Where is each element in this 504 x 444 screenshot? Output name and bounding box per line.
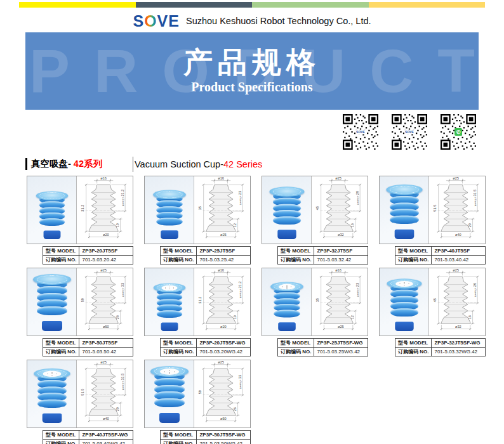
cup-base bbox=[42, 414, 62, 423]
suction-cup-image bbox=[386, 277, 422, 331]
cup-bellows bbox=[274, 289, 300, 317]
suction-cup-image bbox=[32, 273, 72, 331]
order-label: 订购编码 NO. bbox=[161, 348, 197, 356]
qr-center-logo: SOVE bbox=[404, 130, 414, 134]
dim-lower: 20 bbox=[116, 407, 119, 411]
header: SOVE Suzhou Keshuosi Robot Technology Co… bbox=[0, 12, 504, 30]
section-cn-black: 真空吸盘- bbox=[31, 159, 71, 169]
product-photo bbox=[145, 268, 194, 336]
bellows-outline bbox=[441, 185, 470, 232]
product-photo bbox=[27, 176, 77, 244]
product-grid: ø16 31.2 吸附时尺寸21.2 10 ø20 bbox=[27, 176, 504, 444]
cup-bellows bbox=[154, 374, 185, 407]
order-row: 订购编码 NO. 701-5.03.40WG.42 bbox=[43, 440, 133, 444]
cup-flare bbox=[36, 191, 67, 200]
model-row: 型号 MODEL ZP3P-50JT5SF-WG bbox=[161, 431, 251, 440]
cup-base bbox=[161, 230, 178, 239]
technical-drawing: ø25 51.5 吸附时尺寸31.5 20 ø40 bbox=[77, 360, 133, 428]
cup-bellows bbox=[37, 282, 67, 315]
model-row: 型号 MODEL ZP3P-32JT5SF-WG bbox=[395, 339, 486, 348]
dim-bottom-diameter: ø20 bbox=[103, 233, 109, 237]
product-photo bbox=[27, 360, 77, 428]
order-row: 订购编码 NO. 701-5.03.32.42 bbox=[278, 256, 368, 264]
model-row: 型号 MODEL ZP3P-32JT5SF bbox=[278, 247, 368, 256]
model-row: 型号 MODEL ZP3P-40JT5SF bbox=[395, 247, 486, 256]
spec-table: 型号 MODEL ZP3P-50JT5SF 订购编码 NO. 701-5.03.… bbox=[43, 338, 133, 356]
qr-center-logo: SOVE bbox=[355, 130, 366, 134]
order-value: 701-5.03.40.42 bbox=[432, 256, 486, 264]
dim-attach: 吸附时尺寸29 bbox=[355, 191, 359, 205]
cup-bellows bbox=[156, 197, 182, 225]
order-label: 订购编码 NO. bbox=[278, 348, 314, 356]
model-value: ZP3P-32JT5SF bbox=[314, 247, 368, 256]
order-value: 701-5.03.20.42 bbox=[79, 256, 133, 264]
logo-letters-ve: VE bbox=[157, 12, 180, 30]
cup-base bbox=[161, 323, 178, 331]
dim-top-diameter: ø25 bbox=[453, 176, 459, 180]
section-title-english: Vacuum Suction Cup-42 Series bbox=[135, 159, 262, 169]
order-value: 701-5.03.32.42 bbox=[314, 256, 368, 264]
dim-lower: 12 bbox=[350, 315, 354, 319]
model-row: 型号 MODEL ZP3P-50JT5SF bbox=[43, 339, 133, 348]
bellows-outline bbox=[89, 277, 117, 323]
model-value: ZP3P-32JT5SF-WG bbox=[432, 339, 486, 348]
product-card: ø16 35 吸附时尺寸23 12 ø25 bbox=[262, 268, 368, 356]
banner-title-chinese: 产品规格 bbox=[25, 46, 479, 79]
spec-table: 型号 MODEL ZP3P-20JT5SF 订购编码 NO. 701-5.03.… bbox=[43, 246, 133, 264]
product-card-box: ø16 35 吸附时尺寸23 12 ø25 bbox=[144, 176, 251, 244]
dim-bottom-diameter: ø32 bbox=[338, 233, 344, 237]
suction-cup-image bbox=[270, 281, 303, 331]
cup-base bbox=[394, 230, 414, 239]
dim-height: 35 bbox=[198, 206, 202, 210]
technical-drawing: ø25 59 吸附时尺寸33 26 ø50 bbox=[77, 268, 133, 336]
model-value: ZP3P-20JT5SF-WG bbox=[197, 339, 251, 348]
dim-lower: 10 bbox=[233, 315, 237, 319]
order-label: 订购编码 NO. bbox=[43, 348, 79, 356]
order-row: 订购编码 NO. 701-5.03.20.42 bbox=[43, 256, 133, 264]
dim-height: 31.2 bbox=[198, 297, 202, 304]
cup-flare bbox=[153, 283, 185, 292]
product-card-box: ø25 51.5 吸附时尺寸31.5 20 ø40 bbox=[27, 360, 133, 428]
cup-base bbox=[159, 413, 180, 423]
dim-top-diameter: ø16 bbox=[218, 176, 224, 180]
model-label: 型号 MODEL bbox=[278, 247, 314, 256]
model-row: 型号 MODEL ZP3P-20JT5SF-WG bbox=[161, 339, 251, 348]
product-card: ø16 35 吸附时尺寸23 12 ø25 bbox=[144, 176, 251, 264]
suction-cup-image bbox=[35, 190, 68, 239]
section-en-black: Vacuum Suction Cup- bbox=[135, 159, 223, 169]
dim-bottom-diameter: ø40 bbox=[103, 417, 109, 421]
technical-drawing: ø25 59 吸附时尺寸33 26 ø50 bbox=[194, 360, 250, 428]
product-photo bbox=[262, 268, 312, 336]
dim-height: 35 bbox=[315, 298, 319, 302]
spec-table: 型号 MODEL ZP3P-40JT5SF 订购编码 NO. 701-5.03.… bbox=[395, 246, 486, 264]
order-value: 701-5.03.40WG.42 bbox=[79, 440, 133, 444]
qr-code-row: SOVE SOVE ✆ bbox=[0, 114, 476, 150]
model-label: 型号 MODEL bbox=[43, 339, 79, 348]
model-value: ZP3P-20JT5SF bbox=[79, 247, 133, 256]
cup-flare bbox=[150, 366, 189, 377]
cup-base bbox=[42, 321, 62, 331]
model-label: 型号 MODEL bbox=[43, 247, 79, 256]
dim-attach: 吸附时尺寸23 bbox=[238, 191, 242, 205]
suction-cup-image bbox=[152, 282, 185, 331]
strip-segment-green bbox=[252, 2, 369, 8]
order-label: 订购编码 NO. bbox=[395, 348, 432, 356]
cup-bellows bbox=[39, 197, 64, 225]
product-photo bbox=[145, 176, 194, 244]
cup-base bbox=[395, 322, 413, 331]
dim-lower: 16 bbox=[468, 315, 472, 319]
logo-letter-o: O bbox=[144, 12, 157, 30]
order-row: 订购编码 NO. 701-5.03.25WG.42 bbox=[278, 348, 368, 356]
dim-lower: 16 bbox=[350, 223, 354, 227]
qr-code-1: SOVE bbox=[343, 114, 378, 150]
logo-letter-s: S bbox=[133, 12, 144, 30]
product-card: ø25 45 吸附时尺寸29 16 ø32 bbox=[262, 176, 368, 264]
suction-cup-image bbox=[385, 183, 423, 239]
strip-segment-slate bbox=[136, 2, 253, 8]
order-value: 701-5.03.50.42 bbox=[79, 348, 133, 356]
dim-attach: 吸附时尺寸21.2 bbox=[121, 190, 124, 207]
bellows-outline bbox=[324, 277, 352, 323]
product-card-box: ø25 45 吸附时尺寸29 16 ø32 bbox=[262, 176, 368, 244]
model-value: ZP3P-50JT5SF-WG bbox=[197, 431, 251, 440]
dim-lower: 26 bbox=[233, 407, 237, 411]
